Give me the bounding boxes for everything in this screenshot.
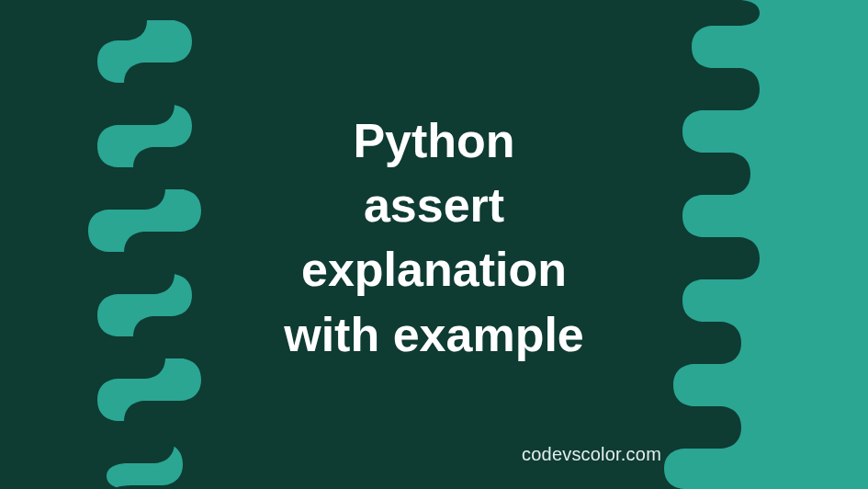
banner-stage: Python assert explanation with example c… <box>0 0 868 489</box>
title-container: Python assert explanation with example <box>0 108 868 367</box>
banner-title: Python assert explanation with example <box>0 108 868 367</box>
watermark-text: codevscolor.com <box>522 444 661 465</box>
